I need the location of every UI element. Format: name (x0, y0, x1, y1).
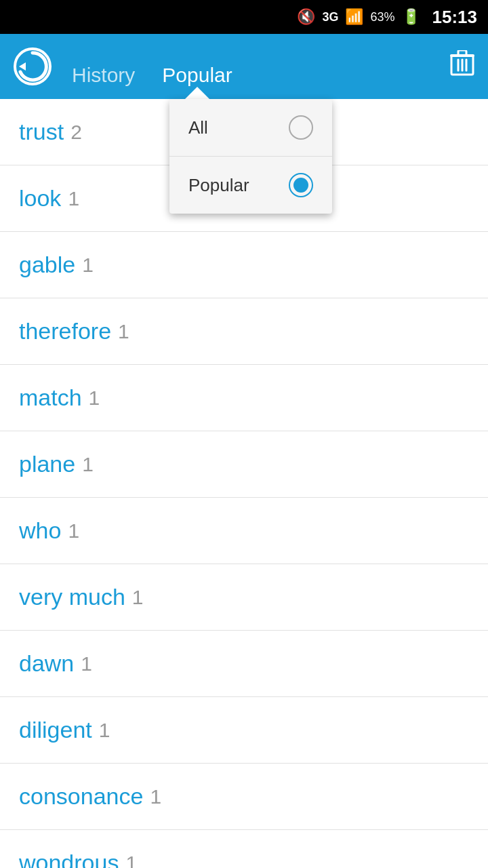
content-area: All Popular trust2look1gable1therefore1m… (0, 99, 488, 868)
word-count: 1 (68, 187, 79, 210)
battery-icon: 63% (370, 10, 394, 24)
delete-button[interactable] (450, 50, 474, 83)
word-count: 1 (99, 719, 110, 742)
word-count: 2 (70, 121, 82, 144)
word-label: plane (19, 451, 75, 477)
list-item[interactable]: therefore1 (0, 298, 488, 365)
word-count: 1 (89, 387, 100, 410)
list-item[interactable]: dawn1 (0, 631, 488, 697)
word-label: dawn (19, 650, 74, 677)
list-item[interactable]: consonance1 (0, 764, 488, 830)
filter-popular-label: Popular (188, 175, 249, 196)
word-label: match (19, 384, 82, 411)
word-count: 1 (132, 586, 144, 609)
svg-rect-4 (458, 50, 466, 56)
word-count: 1 (81, 652, 92, 675)
word-label: therefore (19, 318, 111, 344)
word-label: diligent (19, 717, 92, 743)
word-label: who (19, 517, 61, 544)
word-label: wondrous (19, 850, 119, 868)
radio-selected-indicator (293, 178, 308, 193)
word-label: gable (19, 252, 75, 278)
list-item[interactable]: diligent1 (0, 697, 488, 764)
word-label: very much (19, 584, 125, 610)
toolbar-tabs: History Popular (58, 34, 450, 99)
3g-icon: 3G (322, 10, 338, 24)
word-list: trust2look1gable1therefore1match1plane1w… (0, 99, 488, 868)
app-logo (14, 47, 52, 85)
status-icons: 🔇 3G 📶 63% 🔋 15:13 (297, 7, 477, 28)
filter-all-radio (289, 115, 313, 140)
list-item[interactable]: very much1 (0, 564, 488, 631)
battery-full-icon: 🔋 (402, 8, 420, 26)
toolbar: History Popular (0, 34, 488, 99)
svg-marker-1 (19, 62, 26, 71)
tab-popular[interactable]: Popular (148, 64, 245, 99)
filter-popular-radio (289, 173, 313, 197)
list-item[interactable]: wondrous1 (0, 830, 488, 868)
word-count: 1 (82, 453, 94, 476)
filter-dropdown: All Popular (169, 99, 332, 214)
word-count: 1 (82, 254, 94, 277)
list-item[interactable]: gable1 (0, 232, 488, 298)
word-count: 1 (68, 519, 79, 542)
status-bar: 🔇 3G 📶 63% 🔋 15:13 (0, 0, 488, 34)
mute-icon: 🔇 (297, 8, 315, 26)
list-item[interactable]: match1 (0, 365, 488, 431)
filter-all-label: All (188, 117, 208, 138)
word-count: 1 (118, 320, 129, 343)
word-label: consonance (19, 783, 143, 810)
filter-popular-option[interactable]: Popular (169, 157, 332, 214)
tab-history[interactable]: History (58, 64, 148, 99)
list-item[interactable]: who1 (0, 498, 488, 564)
word-label: look (19, 185, 61, 212)
word-count: 1 (125, 852, 137, 869)
word-label: trust (19, 119, 64, 145)
word-count: 1 (150, 785, 161, 808)
signal-icon: 📶 (345, 8, 363, 26)
filter-all-option[interactable]: All (169, 99, 332, 157)
status-time: 15:13 (432, 7, 478, 28)
list-item[interactable]: plane1 (0, 431, 488, 498)
